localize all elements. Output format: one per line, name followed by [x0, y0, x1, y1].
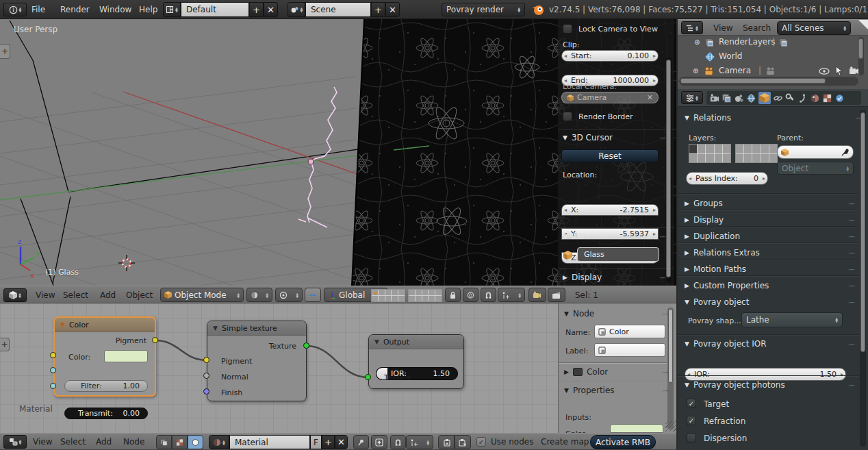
material-name-field[interactable]: Material [229, 435, 310, 449]
add-layout-button[interactable]: + [249, 2, 264, 17]
add-scene-button[interactable]: + [371, 2, 385, 17]
object-layers-grid-right[interactable] [735, 144, 778, 163]
tab-constraints-icon[interactable] [773, 93, 783, 103]
go-to-parent-button[interactable] [371, 435, 387, 449]
node-toolshelf-tab[interactable]: + [0, 338, 10, 351]
menu-help[interactable]: Help [139, 5, 157, 14]
socket-pigment-out[interactable] [152, 337, 158, 343]
menu-select[interactable]: Select [63, 290, 88, 300]
snap-toggle-button[interactable] [481, 288, 496, 302]
layers-widget-left[interactable] [371, 289, 405, 302]
povray-object-panel-header[interactable]: ▼Povray object···· [685, 297, 854, 307]
scene-name-field[interactable]: Scene [305, 2, 371, 17]
tab-world-icon[interactable] [746, 93, 756, 103]
material-browse-dropdown[interactable]: ▲▼ [209, 435, 229, 449]
outliner-menu-search[interactable]: Search [743, 23, 771, 33]
editor-type-info-button[interactable]: ▲▼ [3, 3, 27, 16]
relations-panel-header[interactable]: ▼Relations ···· [685, 113, 861, 123]
tab-renderlayers-icon[interactable] [722, 93, 732, 103]
pin-button[interactable] [353, 435, 369, 449]
panel-custom-properties[interactable]: ▶Custom Properties···· [685, 281, 854, 290]
tab-object-active[interactable] [758, 92, 771, 104]
panel-relations-extras[interactable]: ▶Relations Extras···· [685, 248, 854, 258]
activate-rmb-button[interactable]: Activate RMB [590, 435, 656, 449]
outliner-menu-view[interactable]: View [713, 23, 732, 33]
render-border-checkbox[interactable] [563, 112, 572, 121]
area-resize-grip[interactable] [665, 421, 676, 432]
expand-icon[interactable]: ⊕ [693, 67, 698, 75]
add-material-button[interactable]: + [322, 435, 335, 449]
copy-nodes-button[interactable] [438, 435, 455, 449]
layers-widget-right[interactable] [408, 289, 442, 302]
povray-ior-panel-header[interactable]: ▼Povray object IOR···· [685, 339, 854, 349]
npanel-scrollbar-thumb[interactable] [666, 60, 671, 277]
snap-element-dropdown[interactable]: ▲▼ [498, 288, 525, 302]
outliner-item-camera[interactable]: Camera [719, 66, 751, 75]
outliner-item-renderlayers[interactable]: RenderLayers [719, 37, 775, 47]
node-label-field[interactable] [594, 343, 665, 357]
lock-to-scene-button[interactable] [445, 288, 461, 302]
decrement-arrow-icon[interactable]: ◂ [564, 53, 567, 59]
socket-output-texture-in[interactable] [365, 374, 371, 380]
selectability-cursor-icon[interactable] [835, 66, 843, 75]
display-panel-header[interactable]: ▶ Display ···· [563, 273, 665, 282]
opengl-render-button[interactable] [528, 288, 546, 302]
tab-texture-icon[interactable] [822, 93, 832, 103]
socket-color-in[interactable] [50, 352, 56, 358]
outliner-hscrollbar[interactable] [679, 77, 858, 86]
eyedropper-icon[interactable] [841, 148, 850, 156]
panel-display[interactable]: ▶Display···· [685, 215, 854, 225]
panel-drag-dots[interactable]: ···· [659, 233, 665, 240]
filter-slider[interactable]: Filter:1.00 [64, 380, 148, 392]
menu-render[interactable]: Render [60, 5, 90, 14]
use-nodes-checkbox[interactable]: ✓ [476, 437, 486, 447]
editor-type-3dview-button[interactable]: ▲▼ [3, 288, 27, 302]
screen-layout-name-field[interactable]: Default [181, 2, 249, 17]
parent-object-field[interactable] [777, 145, 854, 159]
clip-start-slider[interactable]: ◂ Start:0.100 ▸ [561, 50, 659, 62]
properties-vscrollbar[interactable] [860, 110, 866, 447]
node-snap-element-dropdown[interactable]: ▲▼ [406, 435, 433, 449]
node-menu-add[interactable]: Add [96, 437, 112, 447]
area-corner-widget[interactable] [858, 20, 868, 29]
node-name-field[interactable]: Color [594, 325, 665, 338]
proportional-edit-button[interactable] [463, 288, 478, 302]
screen-layout-selector[interactable]: ▲▼ [163, 2, 181, 17]
tree-type-shading-button[interactable] [188, 435, 203, 449]
lock-camera-checkbox[interactable] [563, 24, 572, 34]
editor-type-outliner-button[interactable]: ▲▼ [681, 21, 703, 34]
node-collapse-icon[interactable]: ▼ [374, 338, 379, 345]
fake-user-button[interactable]: F [310, 435, 322, 449]
socket-texture-out[interactable] [303, 342, 309, 349]
outliner-vscrollbar[interactable] [858, 37, 864, 75]
pivot-dropdown[interactable]: ▲▼ [275, 288, 303, 302]
menu-add[interactable]: Add [100, 290, 116, 300]
cursor-x-slider[interactable]: ◂X:-2.7515▸ [561, 204, 659, 216]
panel-drag-dots[interactable]: ···· [659, 274, 665, 282]
node-menu-view[interactable]: View [33, 437, 52, 447]
object-layers-grid-left[interactable] [689, 144, 731, 163]
menu-object[interactable]: Object [126, 290, 153, 300]
node-collapse-icon[interactable]: ▼ [60, 321, 65, 328]
povray-shape-dropdown[interactable]: Lathe ▲▼ [741, 312, 843, 327]
shading-dropdown[interactable]: ▲▼ [246, 288, 272, 302]
create-map-label[interactable]: Create map [541, 437, 589, 447]
outliner-scope-dropdown[interactable]: All Scenes ▲▼ [777, 21, 851, 35]
panel-motion-paths[interactable]: ▶Motion Paths···· [685, 264, 854, 274]
mode-dropdown[interactable]: Object Mode ▲▼ [160, 288, 244, 302]
pass-index-slider[interactable]: ◂Pass Index:0▸ [686, 172, 768, 185]
panel-drag-dots[interactable]: ···· [659, 134, 665, 142]
object-name-field[interactable]: Glass [577, 247, 659, 262]
panel-duplication[interactable]: ▶Duplication···· [685, 232, 854, 241]
visibility-eye-icon[interactable] [819, 68, 830, 75]
node-output[interactable]: ▼ Output IOR:1.50 Texture [368, 334, 464, 389]
node-menu-select[interactable]: Select [60, 437, 86, 447]
paste-nodes-button[interactable] [455, 435, 471, 449]
node-color[interactable]: ▼ Color Pigment Color: Filter:1.00 Trans… [53, 316, 156, 397]
povray-ior-slider[interactable]: ◂IOR:1.50▸ [685, 368, 846, 381]
target-checkbox[interactable]: ✓ [687, 399, 696, 408]
render-engine-dropdown[interactable]: Povray render ▲▼ [442, 3, 525, 16]
refraction-checkbox[interactable]: ✓ [687, 416, 696, 425]
close-layout-button[interactable]: ✕ [264, 2, 278, 17]
menu-window[interactable]: Window [99, 5, 131, 14]
